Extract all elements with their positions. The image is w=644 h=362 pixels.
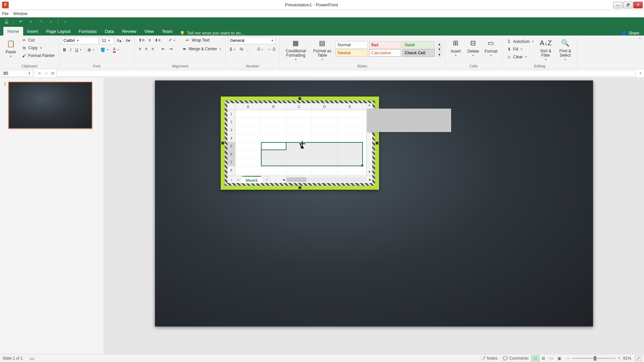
tab-formulas[interactable]: Formulas — [74, 27, 101, 36]
tell-me-input[interactable] — [187, 31, 261, 36]
menu-file[interactable]: File — [2, 11, 8, 16]
cell[interactable] — [235, 110, 261, 118]
scroll-thumb[interactable] — [367, 109, 451, 132]
scroll-down-arrow[interactable]: ▼ — [367, 170, 372, 176]
resize-handle-bottom[interactable] — [299, 186, 301, 189]
format-as-table-button[interactable]: ▤ Format as Table▼ — [311, 37, 334, 61]
redo-dropdown[interactable]: ▼ — [48, 19, 54, 25]
cell[interactable] — [286, 166, 312, 174]
cancel-formula-icon[interactable]: ✕ — [38, 71, 41, 76]
cell[interactable] — [235, 118, 261, 126]
spellcheck-icon[interactable]: 📖 — [30, 356, 35, 361]
cell[interactable] — [337, 142, 363, 150]
horizontal-scrollbar[interactable]: ◀▶ — [281, 177, 372, 182]
resize-handle-right[interactable] — [376, 142, 378, 144]
cell[interactable] — [261, 150, 286, 158]
formula-expand-icon[interactable]: ▼ — [639, 72, 642, 75]
cell[interactable] — [337, 118, 363, 126]
bold-button[interactable]: B — [62, 47, 67, 53]
redo-button[interactable]: ↷ — [38, 19, 44, 25]
col-header-a[interactable]: A — [235, 103, 261, 110]
cell[interactable] — [261, 166, 286, 174]
font-name-combo[interactable]: Calibri▼ — [62, 37, 99, 44]
middle-align-button[interactable]: ≡ — [147, 37, 152, 43]
decrease-decimal-button[interactable]: ←.0 — [267, 46, 277, 52]
tab-review[interactable]: Review — [118, 27, 141, 36]
cell[interactable] — [337, 126, 363, 134]
tab-team[interactable]: Team — [158, 27, 176, 36]
font-color-button[interactable]: A▼ — [112, 46, 121, 53]
fit-to-window-button[interactable]: ⤢ — [635, 356, 641, 361]
increase-indent-button[interactable]: ⇥ — [168, 46, 174, 52]
row-header-5[interactable]: 5 — [227, 142, 235, 150]
cell[interactable] — [235, 134, 261, 142]
row-header-1[interactable]: 1 — [227, 110, 235, 118]
percent-format-button[interactable]: % — [238, 46, 245, 52]
cell[interactable] — [235, 150, 261, 158]
col-header-b[interactable]: B — [261, 103, 286, 110]
row-header-4[interactable]: 4 — [227, 134, 235, 142]
cell[interactable] — [235, 126, 261, 134]
find-select-button[interactable]: 🔍Find & Select▼ — [556, 37, 574, 61]
cell[interactable] — [235, 158, 261, 166]
select-all-corner[interactable] — [227, 103, 235, 110]
formula-input[interactable] — [56, 70, 636, 77]
cell[interactable] — [312, 110, 337, 118]
borders-button[interactable]: ⊞▼ — [86, 47, 96, 53]
insert-cells-button[interactable]: ⊞Insert▼ — [448, 37, 464, 57]
align-center-button[interactable]: ≡ — [144, 46, 149, 52]
slide-canvas-area[interactable]: 1 2 3 4 5 6 7 8 A B — [104, 78, 644, 354]
cell[interactable] — [261, 142, 286, 150]
styles-scroll-up[interactable]: ▴ — [437, 42, 442, 46]
share-button[interactable]: 👤 Share — [622, 31, 639, 36]
col-header-d[interactable]: D — [312, 103, 337, 110]
orientation-button[interactable]: ↗▼ — [167, 37, 177, 43]
cell[interactable] — [261, 158, 286, 166]
comments-button[interactable]: 💬Comments — [500, 356, 531, 361]
cell-style-neutral[interactable]: Neutral — [335, 49, 368, 57]
row-header-7[interactable]: 7 — [227, 158, 235, 166]
name-box[interactable]: B5 ▼ — [1, 70, 33, 77]
row-header-2[interactable]: 2 — [227, 118, 235, 126]
cell[interactable] — [261, 134, 286, 142]
cell[interactable] — [261, 118, 286, 126]
tab-insert[interactable]: Insert — [23, 27, 42, 36]
sort-filter-button[interactable]: A↓ZSort & Filter▼ — [537, 37, 555, 61]
underline-button[interactable]: U▼ — [74, 47, 83, 53]
fx-icon[interactable]: fx — [51, 71, 54, 76]
tab-data[interactable]: Data — [101, 27, 118, 36]
accounting-format-button[interactable]: $▼ — [228, 46, 237, 52]
italic-button[interactable]: I — [69, 47, 72, 53]
embedded-worksheet[interactable]: 1 2 3 4 5 6 7 8 A B — [227, 103, 372, 183]
cell[interactable] — [261, 110, 286, 118]
cell[interactable] — [312, 118, 337, 126]
cell[interactable] — [337, 110, 363, 118]
resize-handle-top[interactable] — [299, 97, 301, 100]
wrap-text-button[interactable]: ↵Wrap Text — [183, 37, 211, 44]
tab-view[interactable]: View — [141, 27, 158, 36]
cell[interactable] — [312, 142, 337, 150]
slide-thumbnail-1[interactable]: 1 — [4, 82, 100, 129]
format-painter-button[interactable]: 🖌Format Painter — [20, 52, 56, 59]
merge-center-button[interactable]: ⬌Merge & Center▼ — [180, 46, 223, 52]
cell[interactable] — [337, 166, 363, 174]
row-header-6[interactable]: 6 — [227, 150, 235, 158]
cell[interactable] — [312, 158, 337, 166]
copy-button[interactable]: ⧉Copy▼ — [20, 45, 56, 51]
embedded-worksheet-object[interactable]: 1 2 3 4 5 6 7 8 A B — [221, 97, 379, 190]
slide-sorter-view-button[interactable]: ⊞ — [539, 355, 547, 361]
tell-me[interactable]: 💡 — [180, 31, 261, 36]
row-header-8[interactable]: 8 — [227, 166, 235, 174]
cell-style-check-cell[interactable]: Check Cell — [402, 49, 435, 57]
decrease-indent-button[interactable]: ⇤ — [160, 46, 166, 52]
fill-color-button[interactable]: 🪣▼ — [99, 47, 110, 53]
cell[interactable] — [286, 150, 312, 158]
close-button[interactable]: ✕ — [633, 2, 643, 8]
autosum-button[interactable]: ΣAutoSum▼ — [505, 38, 535, 45]
format-cells-button[interactable]: ▭Format▼ — [483, 37, 499, 57]
fill-button[interactable]: ⬇Fill▼ — [505, 46, 535, 53]
cell[interactable] — [235, 142, 261, 150]
paste-button[interactable]: 📋 Paste ▼ — [3, 38, 19, 59]
sheet-tab-sheet1[interactable]: Sheet1 — [242, 176, 261, 183]
cell[interactable] — [286, 134, 312, 142]
